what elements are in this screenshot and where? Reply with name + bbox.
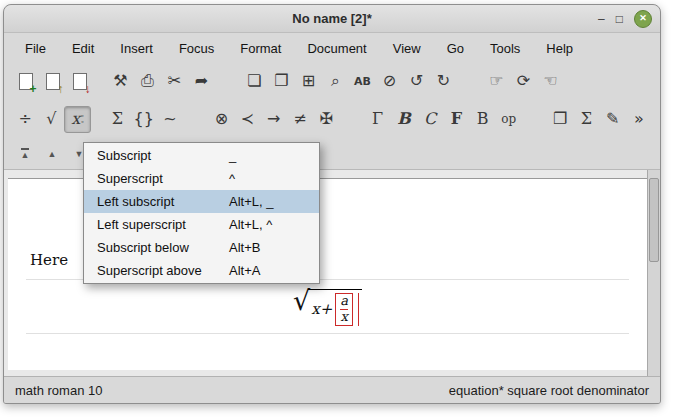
paste-button[interactable]: ❐: [268, 68, 295, 95]
pen-icon: ✎: [606, 111, 619, 127]
brackets-button[interactable]: {}: [131, 106, 157, 133]
cards-button[interactable]: ❐: [547, 106, 573, 133]
menu-item-subscript[interactable]: Subscript _: [84, 144, 319, 167]
script-button[interactable]: x: [64, 106, 90, 133]
pointer-icon: ☞: [489, 73, 503, 89]
undo-button[interactable]: ↺: [403, 68, 430, 95]
pointer-back-button[interactable]: ☜: [537, 68, 564, 95]
reload-button[interactable]: ⟳: [510, 68, 537, 95]
redo-button[interactable]: ↻: [430, 68, 457, 95]
print-button[interactable]: ⎙: [134, 68, 161, 95]
pointer-button[interactable]: ☞: [483, 68, 510, 95]
scrollbar-thumb[interactable]: [649, 178, 659, 262]
reload-icon: ⟳: [517, 73, 530, 89]
menu-view[interactable]: View: [393, 41, 421, 56]
close-button[interactable]: ✕: [634, 10, 652, 28]
shortcut-label: Alt+L, _: [229, 194, 309, 209]
menu-focus[interactable]: Focus: [179, 41, 214, 56]
menu-help[interactable]: Help: [546, 41, 573, 56]
copy-icon: ❏: [247, 73, 261, 89]
square-root-button[interactable]: √: [38, 106, 64, 133]
fraction-numerator: a: [340, 294, 348, 309]
export-icon: ➦: [195, 73, 208, 89]
cut-button[interactable]: ✂: [161, 68, 188, 95]
fraktur-letter-button[interactable]: F: [443, 106, 469, 133]
open-document-button[interactable]: ↑: [39, 68, 66, 95]
big-operator-button[interactable]: Σ: [104, 106, 130, 133]
calligraphic-letter-button[interactable]: C: [417, 106, 443, 133]
focus-exit-button[interactable]: ▲: [14, 144, 36, 164]
snippet-icon: ⊞: [302, 73, 315, 89]
status-right: equation* square root denominator: [449, 383, 649, 398]
open-document-icon: ↑: [46, 73, 60, 90]
shortcut-label: Alt+L, ^: [229, 217, 309, 232]
snippet-button[interactable]: ⊞: [295, 68, 322, 95]
otimes-icon: ⊗: [215, 111, 228, 127]
menu-edit[interactable]: Edit: [72, 41, 94, 56]
menu-format[interactable]: Format: [240, 41, 281, 56]
menu-document[interactable]: Document: [307, 41, 366, 56]
new-document-button[interactable]: +: [12, 68, 39, 95]
otimes-button[interactable]: ⊗: [208, 106, 234, 133]
save-document-button[interactable]: ↓: [66, 68, 93, 95]
blackboard-letter-button[interactable]: B: [469, 106, 495, 133]
export-button[interactable]: ➦: [188, 68, 215, 95]
menu-tools[interactable]: Tools: [490, 41, 520, 56]
menu-item-subscript-below[interactable]: Subscript below Alt+B: [84, 236, 319, 259]
brackets-icon: {}: [133, 111, 153, 127]
menu-go[interactable]: Go: [447, 41, 464, 56]
pointer-back-icon: ☜: [543, 73, 557, 89]
text-cursor: [358, 293, 359, 326]
not-equal-button[interactable]: ≠: [287, 106, 313, 133]
window-controls: – □ ✕: [598, 5, 652, 32]
undo-icon: ↺: [410, 73, 423, 89]
fraktur-letter-icon: F: [451, 111, 462, 127]
shortcut-label: ^: [229, 171, 309, 186]
maltese-button[interactable]: ✠: [313, 106, 339, 133]
greek-letter-icon: Γ: [372, 111, 383, 127]
stop-button[interactable]: ⊘: [376, 68, 403, 95]
shortcut-label: Alt+B: [229, 240, 309, 255]
fraction-icon: ÷: [18, 111, 31, 127]
menu-insert[interactable]: Insert: [120, 41, 153, 56]
spell-check-icon: AB: [354, 76, 371, 87]
menu-item-left-superscript[interactable]: Left superscript Alt+L, ^: [84, 213, 319, 236]
greek-letter-button[interactable]: Γ: [365, 106, 391, 133]
sigma-edit-button[interactable]: Σ: [573, 106, 599, 133]
menu-file[interactable]: File: [25, 41, 46, 56]
big-operator-icon: Σ: [112, 111, 123, 127]
fraction-denominator: x: [340, 310, 347, 325]
arrow-button[interactable]: →: [261, 106, 287, 133]
menu-item-superscript-above[interactable]: Superscript above Alt+A: [84, 259, 319, 282]
arrow-icon: →: [267, 111, 280, 127]
stop-icon: ⊘: [383, 73, 396, 89]
blackboard-letter-icon: B: [477, 111, 489, 127]
cards-icon: ❐: [553, 111, 567, 127]
operator-button[interactable]: op: [496, 106, 522, 133]
menu-item-superscript[interactable]: Superscript ^: [84, 167, 319, 190]
toolbar-overflow-button[interactable]: »: [626, 106, 652, 133]
shortcut-label: Alt+A: [229, 263, 309, 278]
fraction-button[interactable]: ÷: [12, 106, 38, 133]
pen-button[interactable]: ✎: [600, 106, 626, 133]
wide-accent-button[interactable]: ~: [157, 106, 183, 133]
prec-button[interactable]: ≺: [234, 106, 260, 133]
cut-icon: ✂: [168, 73, 181, 89]
save-document-icon: ↓: [73, 73, 87, 90]
minimize-button[interactable]: –: [598, 13, 605, 25]
maximize-button[interactable]: □: [616, 13, 623, 25]
bold-letter-button[interactable]: B: [391, 106, 417, 133]
script-icon: x: [71, 111, 80, 127]
search-button[interactable]: ⌕: [322, 68, 349, 95]
spell-check-button[interactable]: AB: [349, 68, 376, 95]
focus-previous-button[interactable]: ▲: [41, 144, 63, 164]
tools-icon: ⚒: [113, 73, 127, 89]
paste-icon: ❐: [274, 73, 288, 89]
tools-button[interactable]: ⚒: [107, 68, 134, 95]
status-bar: math roman 10 equation* square root deno…: [4, 376, 660, 403]
vertical-scrollbar[interactable]: [647, 170, 660, 376]
menu-item-left-subscript[interactable]: Left subscript Alt+L, _: [84, 190, 319, 213]
square-root-icon: √: [46, 111, 56, 127]
copy-button[interactable]: ❏: [241, 68, 268, 95]
maltese-icon: ✠: [320, 111, 333, 127]
